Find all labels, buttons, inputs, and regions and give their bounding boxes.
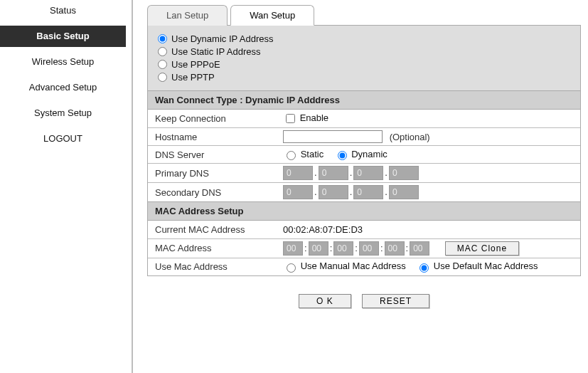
current-mac-label: Current MAC Address (148, 221, 276, 238)
mac-clone-button[interactable]: MAC Clone (445, 241, 519, 256)
wan-panel: Use Dynamic IP Address Use Static IP Add… (147, 26, 581, 276)
use-manual-mac-label: Use Manual Mac Address (301, 261, 406, 271)
connection-type-group: Use Dynamic IP Address Use Static IP Add… (148, 26, 580, 91)
sidebar-item-basic-setup[interactable]: Basic Setup (0, 26, 126, 47)
conn-type-pptp[interactable]: Use PPTP (158, 72, 570, 83)
secondary-dns-oct2[interactable] (319, 185, 348, 199)
hostname-input[interactable] (283, 130, 383, 143)
mac-oct2[interactable] (309, 241, 328, 256)
hostname-optional-label: (Optional) (390, 132, 430, 142)
conn-type-static[interactable]: Use Static IP Address (158, 46, 570, 57)
sidebar-item-status[interactable]: Status (0, 0, 126, 21)
dns-dynamic-radio[interactable] (338, 151, 347, 160)
mac-oct4[interactable] (359, 241, 379, 256)
conn-type-pppoe-radio[interactable] (158, 60, 167, 69)
conn-type-pppoe-label: Use PPPoE (171, 59, 220, 70)
mac-address-label: MAC Address (148, 238, 276, 258)
conn-type-pptp-label: Use PPTP (171, 72, 215, 83)
keep-connection-enable-label: Enable (300, 112, 328, 123)
mac-oct5[interactable] (385, 241, 405, 256)
mac-oct1[interactable] (283, 241, 303, 256)
hostname-label: Hostname (148, 128, 276, 146)
tab-lan-setup[interactable]: Lan Setup (147, 5, 228, 26)
dns-server-label: DNS Server (148, 146, 276, 164)
conn-type-dynamic-radio[interactable] (158, 34, 167, 43)
primary-dns-oct3[interactable] (353, 166, 383, 180)
tab-bar: Lan Setup Wan Setup (147, 4, 581, 26)
sidebar-item-wireless-setup[interactable]: Wireless Setup (0, 51, 126, 73)
secondary-dns-oct3[interactable] (353, 185, 383, 199)
reset-button[interactable]: RESET (362, 294, 429, 308)
mac-oct3[interactable] (333, 241, 353, 256)
tab-wan-setup[interactable]: Wan Setup (230, 5, 314, 26)
keep-connection-checkbox[interactable] (286, 114, 295, 123)
primary-dns-oct2[interactable] (319, 166, 348, 180)
secondary-dns-label: Secondary DNS (148, 183, 276, 202)
dns-dynamic-label: Dynamic (351, 149, 387, 159)
use-default-mac-radio[interactable] (419, 263, 429, 273)
use-mac-label: Use Mac Address (148, 258, 276, 275)
sidebar-item-system-setup[interactable]: System Setup (0, 103, 126, 124)
wan-connect-header: Wan Connect Type : Dynamic IP Adddress (148, 91, 580, 110)
dns-static-label: Static (301, 149, 324, 159)
dns-static-radio[interactable] (287, 151, 296, 160)
use-manual-mac-radio[interactable] (287, 263, 296, 273)
conn-type-dynamic-label: Use Dynamic IP Address (171, 33, 274, 44)
sidebar-item-logout[interactable]: LOGOUT (0, 128, 126, 149)
primary-dns-oct4[interactable] (389, 166, 419, 180)
conn-type-static-radio[interactable] (158, 47, 167, 56)
primary-dns-label: Primary DNS (148, 164, 276, 183)
ok-button[interactable]: O K (299, 294, 351, 308)
conn-type-dynamic[interactable]: Use Dynamic IP Address (158, 33, 570, 44)
bottom-button-bar: O K RESET (147, 294, 581, 308)
conn-type-pptp-radio[interactable] (158, 73, 167, 82)
secondary-dns-oct4[interactable] (389, 185, 419, 199)
sidebar-item-advanced-setup[interactable]: Advanced Setup (0, 77, 126, 98)
primary-dns-oct1[interactable] (283, 166, 313, 180)
conn-type-pppoe[interactable]: Use PPPoE (158, 59, 570, 70)
conn-type-static-label: Use Static IP Address (171, 46, 261, 57)
mac-setup-header: MAC Address Setup (148, 201, 580, 221)
secondary-dns-oct1[interactable] (283, 185, 313, 199)
use-default-mac-label: Use Default Mac Address (434, 261, 538, 271)
current-mac-value: 00:02:A8:07:DE:D3 (276, 221, 580, 238)
mac-oct6[interactable] (410, 241, 429, 256)
keep-connection-label: Keep Connection (148, 110, 276, 128)
